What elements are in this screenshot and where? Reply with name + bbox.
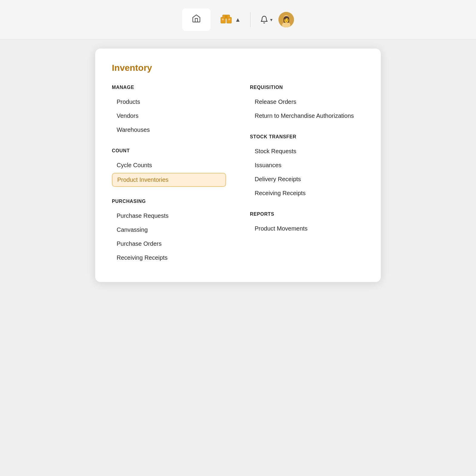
menu-item-delivery-receipts[interactable]: Delivery Receipts (250, 173, 364, 186)
menu-item-receiving-receipts-right[interactable]: Receiving Receipts (250, 187, 364, 200)
menu-columns: MANAGE Products Vendors Warehouses COUNT… (112, 85, 364, 265)
menu-item-products[interactable]: Products (112, 95, 226, 108)
page-wrapper: ▲ ▾ 👩 (0, 0, 476, 476)
gap1 (112, 137, 226, 148)
left-column: MANAGE Products Vendors Warehouses COUNT… (112, 85, 226, 265)
nav-right-section: ▾ 👩 (260, 12, 294, 27)
bell-chevron-icon: ▾ (270, 17, 273, 23)
menu-item-rma[interactable]: Return to Merchandise Authorizations (250, 109, 364, 122)
gap3 (250, 123, 364, 134)
gap2 (112, 188, 226, 199)
menu-item-purchase-orders[interactable]: Purchase Orders (112, 237, 226, 250)
main-area: Inventory MANAGE Products Vendors Wareho… (95, 40, 381, 476)
menu-item-stock-requests[interactable]: Stock Requests (250, 145, 364, 158)
nav-divider (250, 12, 250, 27)
nav-left-section (182, 8, 211, 31)
menu-item-cycle-counts[interactable]: Cycle Counts (112, 159, 226, 172)
inventory-dropdown: Inventory MANAGE Products Vendors Wareho… (95, 48, 381, 282)
inventory-chevron-icon: ▲ (235, 16, 241, 23)
nav-inventory-button[interactable]: ▲ (220, 13, 241, 26)
menu-item-receiving-receipts-left[interactable]: Receiving Receipts (112, 251, 226, 264)
home-icon[interactable] (192, 14, 201, 26)
requisition-section-label: REQUISITION (250, 85, 364, 90)
menu-item-product-inventories[interactable]: Product Inventories (112, 173, 226, 187)
inventory-icon (220, 13, 232, 26)
menu-item-purchase-requests[interactable]: Purchase Requests (112, 209, 226, 222)
svg-text:👩: 👩 (283, 16, 290, 23)
menu-item-warehouses[interactable]: Warehouses (112, 123, 226, 136)
purchasing-section-label: PURCHASING (112, 199, 226, 204)
menu-item-product-movements[interactable]: Product Movements (250, 222, 364, 235)
navbar: ▲ ▾ 👩 (0, 0, 476, 40)
manage-section-label: MANAGE (112, 85, 226, 90)
menu-title: Inventory (112, 63, 364, 73)
svg-rect-4 (222, 18, 224, 20)
menu-item-vendors[interactable]: Vendors (112, 109, 226, 122)
svg-rect-3 (225, 15, 228, 18)
menu-item-issuances[interactable]: Issuances (250, 159, 364, 172)
reports-section-label: REPORTS (250, 212, 364, 217)
gap4 (250, 201, 364, 212)
right-column: REQUISITION Release Orders Return to Mer… (250, 85, 364, 265)
navbar-inner: ▲ ▾ 👩 (182, 8, 294, 31)
menu-item-release-orders[interactable]: Release Orders (250, 95, 364, 108)
stock-transfer-section-label: STOCK TRANSFER (250, 134, 364, 140)
count-section-label: COUNT (112, 148, 226, 154)
avatar[interactable]: 👩 (278, 12, 294, 27)
notifications-button[interactable]: ▾ (260, 15, 273, 24)
svg-rect-5 (228, 18, 230, 20)
menu-item-canvassing[interactable]: Canvassing (112, 223, 226, 236)
